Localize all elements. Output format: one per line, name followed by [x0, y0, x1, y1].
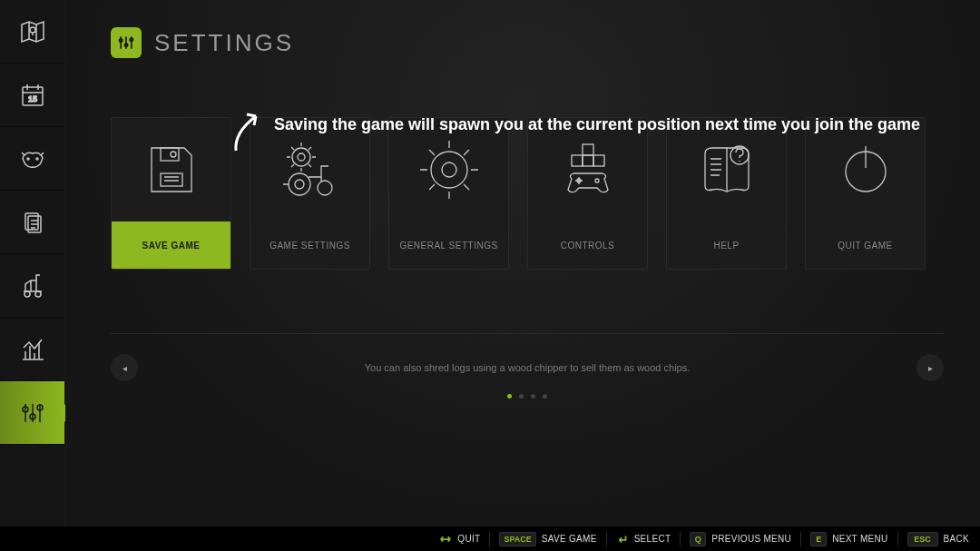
- tile-label: GAME SETTINGS: [250, 221, 369, 269]
- hint-text: You can also shred logs using a wood chi…: [365, 362, 691, 373]
- sidebar-item-calendar[interactable]: 15: [0, 64, 64, 127]
- map-icon: [18, 17, 47, 46]
- hint-next-button[interactable]: ▸: [916, 354, 944, 381]
- footer-label: NEXT MENU: [832, 534, 887, 544]
- divider: [111, 333, 944, 334]
- sliders-icon: [18, 398, 47, 428]
- sidebar-item-stats[interactable]: [0, 318, 64, 381]
- svg-point-4: [36, 158, 38, 160]
- svg-point-3: [27, 158, 29, 160]
- chart-icon: [18, 335, 47, 364]
- settings-header-icon: [111, 27, 142, 58]
- footer-label: PREVIOUS MENU: [711, 534, 791, 544]
- key-e: E: [810, 532, 827, 546]
- svg-point-22: [318, 181, 332, 195]
- tile-label: SAVE GAME: [112, 221, 230, 269]
- hint-row: ◂ You can also shred logs using a wood c…: [111, 354, 944, 381]
- svg-point-20: [289, 173, 310, 195]
- key-q: Q: [690, 532, 706, 546]
- page-title: SETTINGS: [154, 29, 294, 57]
- hint-prev-button[interactable]: ◂: [111, 354, 138, 381]
- footer-save[interactable]: SPACE SAVE GAME: [490, 532, 606, 546]
- main-panel: SETTINGS Saving the game will spawn you …: [65, 0, 980, 526]
- footer-label: SELECT: [634, 534, 671, 544]
- footer-quit[interactable]: QUIT: [430, 532, 490, 546]
- sidebar-item-map[interactable]: [0, 0, 64, 64]
- svg-text:15: 15: [27, 94, 36, 103]
- tile-label: QUIT GAME: [806, 221, 925, 269]
- hint-pagination: [111, 394, 944, 398]
- tile-label: HELP: [667, 221, 786, 269]
- dot[interactable]: [543, 394, 547, 398]
- documents-icon: [18, 208, 47, 237]
- sidebar-item-settings[interactable]: [0, 381, 64, 445]
- dot[interactable]: [531, 394, 535, 398]
- header: SETTINGS: [111, 27, 944, 58]
- footer-label: SAVE GAME: [542, 534, 597, 544]
- tooltip-annotation: Saving the game will spawn you at the cu…: [229, 107, 920, 153]
- footer-back[interactable]: ESC BACK: [898, 532, 969, 546]
- tile-label: GENERAL SETTINGS: [389, 221, 508, 269]
- tile-label: CONTROLS: [528, 221, 647, 269]
- sidebar: 15: [0, 0, 65, 551]
- calendar-icon: 15: [18, 81, 47, 110]
- svg-point-23: [431, 152, 467, 188]
- svg-point-21: [295, 180, 304, 189]
- sidebar-item-contracts[interactable]: [0, 191, 64, 254]
- save-icon: [112, 118, 230, 221]
- svg-point-17: [171, 152, 176, 157]
- footer-next-menu[interactable]: E NEXT MENU: [801, 532, 897, 546]
- footer-hints: QUIT SPACE SAVE GAME SELECT Q PREVIOUS M…: [0, 526, 980, 551]
- sidebar-item-animals[interactable]: [0, 127, 64, 191]
- annotation-text: Saving the game will spawn you at the cu…: [274, 114, 920, 135]
- dot[interactable]: [507, 394, 512, 398]
- footer-prev-menu[interactable]: Q PREVIOUS MENU: [681, 532, 801, 546]
- key-space: SPACE: [499, 532, 535, 546]
- svg-point-0: [30, 27, 35, 33]
- svg-point-30: [595, 179, 599, 182]
- svg-point-8: [35, 291, 41, 297]
- svg-rect-15: [161, 173, 182, 186]
- enter-icon: [616, 533, 629, 546]
- cow-icon: [18, 144, 47, 173]
- svg-rect-28: [593, 155, 604, 166]
- svg-rect-27: [583, 155, 593, 166]
- svg-point-24: [442, 162, 456, 177]
- svg-point-19: [298, 153, 305, 161]
- footer-select[interactable]: SELECT: [607, 532, 681, 546]
- sidebar-item-vehicles[interactable]: [0, 254, 64, 318]
- key-esc: ESC: [907, 532, 938, 546]
- svg-point-7: [24, 291, 30, 297]
- dot[interactable]: [519, 394, 524, 398]
- vehicle-lift-icon: [18, 271, 47, 300]
- footer-label: QUIT: [457, 534, 480, 544]
- arrows-icon: [439, 533, 452, 546]
- tile-save-game[interactable]: SAVE GAME: [111, 117, 231, 270]
- footer-label: BACK: [944, 534, 969, 544]
- svg-rect-26: [572, 155, 583, 166]
